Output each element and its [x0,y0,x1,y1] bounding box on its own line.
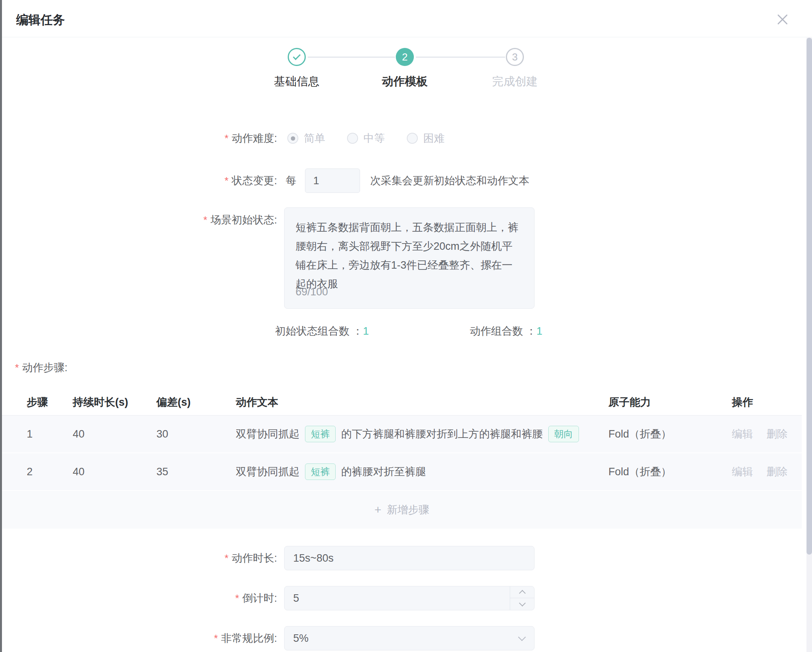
spinner-up-button[interactable] [510,586,534,598]
initial-state-textarea[interactable]: 短裤五条数据背面朝上，五条数据正面朝上，裤腰朝右，离头部视野下方至少20cm之外… [284,207,535,309]
state-change-input[interactable]: 1 [305,168,360,193]
step1-label: 基础信息 [246,74,348,90]
number-spinner [510,586,534,610]
col-text: 动作文本 [236,389,629,415]
countdown-input[interactable]: 5 [284,586,535,610]
stepper-line-1 [308,57,395,58]
stepper-line-2 [416,57,505,58]
unusual-ratio-select[interactable]: 5% [284,626,535,650]
close-icon[interactable] [776,13,789,26]
table-rows: 14030双臂协同抓起短裤的下方裤腿和裤腰对折到上方的裤腿和裤腰朝向Fold（折… [2,416,802,529]
combo-counts-row: 初始状态组合数 ：1 动作组合数 ：1 [275,324,542,338]
object-tag: 朝向 [548,426,579,442]
state-change-value: 1 [313,175,319,187]
duration-row: *动作时长: 15s~80s [2,546,535,570]
state-change-suffix: 次采集会更新初始状态和动作文本 [370,174,529,188]
action-text-fragment: 的裤腰对折至裤腿 [341,465,426,479]
action-text-fragment: 双臂协同抓起 [236,465,299,479]
cell-action-text: 双臂协同抓起短裤的裤腰对折至裤腿 [236,453,629,490]
cell-ability: Fold（折叠） [608,416,672,452]
radio-difficulty-medium[interactable]: 中等 [347,131,385,145]
table-header: 步骤 持续时长(s) 偏差(s) 动作文本 原子能力 操作 [2,389,802,416]
add-step-label: 新增步骤 [387,503,429,517]
cell-actions: 编辑删除 [732,416,801,452]
step2-number: 2 [402,51,408,63]
state-change-row: *状态变更: 每 1 次采集会更新初始状态和动作文本 [2,168,529,193]
radio-label: 中等 [364,131,385,145]
radio-difficulty-hard[interactable]: 困难 [407,131,445,145]
initial-combo-count: 初始状态组合数 ：1 [275,324,369,338]
scrollbar-thumb[interactable] [806,38,812,555]
check-icon [293,52,301,60]
cell-ability: Fold（折叠） [608,453,672,490]
spinner-down-button[interactable] [510,598,534,610]
unusual-ratio-value: 5% [293,632,309,645]
unusual-ratio-label: *非常规比例: [2,631,277,645]
chevron-down-icon [518,633,526,641]
dialog-title: 编辑任务 [16,12,65,28]
add-step-button[interactable]: +新增步骤 [2,491,802,529]
difficulty-label: *动作难度: [2,131,277,145]
state-change-label: *状态变更: [2,174,277,188]
action-combo-count: 动作组合数 ：1 [470,324,542,338]
radio-circle-icon [407,133,418,144]
countdown-row: *倒计时: 5 [2,586,535,610]
edit-task-dialog: 编辑任务 2 3 基础信息 动作模板 完成创建 *动作难度: 简单 中等 困难 [0,0,812,652]
duration-label: *动作时长: [2,551,277,565]
chevron-up-icon [519,590,525,596]
plus-icon: + [375,503,382,516]
countdown-label: *倒计时: [2,591,277,605]
cell-step: 1 [27,416,33,452]
object-tag: 短裤 [305,463,336,480]
step1-circle [288,48,306,66]
table-row: 24035双臂协同抓起短裤的裤腰对折至裤腿Fold（折叠）编辑删除 [2,453,802,491]
char-counter: 69/100 [296,282,328,301]
cell-deviation: 35 [156,453,168,490]
radio-circle-icon [347,133,358,144]
radio-label: 困难 [423,131,445,145]
unusual-ratio-row: *非常规比例: 5% [2,626,535,650]
col-ability: 原子能力 [608,389,651,415]
state-change-prefix: 每 [286,174,296,188]
action-combo-value: 1 [536,325,542,337]
col-duration: 持续时长(s) [73,389,128,415]
duration-value: 15s~80s [293,552,334,564]
action-text-fragment: 双臂协同抓起 [236,427,299,441]
action-text-fragment: 的下方裤腿和裤腰对折到上方的裤腿和裤腰 [341,427,543,441]
edit-link[interactable]: 编辑 [732,465,753,479]
cell-duration: 40 [73,416,85,452]
col-ops: 操作 [732,389,753,415]
cell-step: 2 [27,453,33,490]
delete-link[interactable]: 删除 [766,465,788,479]
cell-duration: 40 [73,453,85,490]
initial-state-value: 短裤五条数据背面朝上，五条数据正面朝上，裤腰朝右，离头部视野下方至少20cm之外… [296,222,518,290]
col-step: 步骤 [27,389,48,415]
chevron-down-icon [519,600,525,606]
object-tag: 短裤 [305,426,336,442]
initial-state-label-row: *场景初始状态: [2,212,277,228]
radio-dot-icon [287,133,298,144]
cell-deviation: 30 [156,416,168,452]
duration-input[interactable]: 15s~80s [284,546,535,570]
table-row: 14030双臂协同抓起短裤的下方裤腿和裤腰对折到上方的裤腿和裤腰朝向Fold（折… [2,416,802,453]
dialog-header: 编辑任务 [2,0,812,37]
col-deviation: 偏差(s) [156,389,191,415]
step2-label: 动作模板 [354,74,456,90]
difficulty-row: *动作难度: 简单 中等 困难 [2,130,467,147]
step3-circle: 3 [506,48,524,66]
step3-number: 3 [512,51,518,63]
action-steps-section-label: *动作步骤: [15,361,68,375]
radio-difficulty-easy[interactable]: 简单 [287,131,325,145]
radio-label: 简单 [304,131,325,145]
cell-actions: 编辑删除 [732,453,801,490]
step3-label: 完成创建 [464,74,566,90]
initial-combo-value: 1 [363,325,369,337]
countdown-value: 5 [293,592,299,604]
edit-link[interactable]: 编辑 [732,427,753,441]
step2-circle: 2 [396,48,414,66]
cell-action-text: 双臂协同抓起短裤的下方裤腿和裤腰对折到上方的裤腿和裤腰朝向 [236,416,629,452]
initial-state-label: *场景初始状态: [2,213,277,227]
delete-link[interactable]: 删除 [766,427,788,441]
